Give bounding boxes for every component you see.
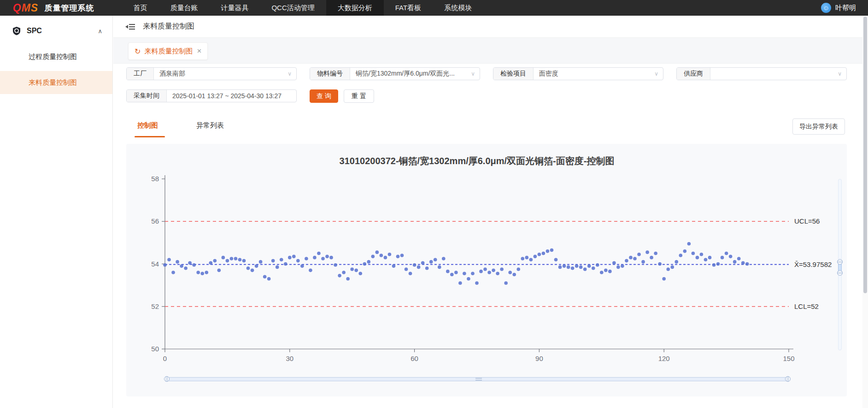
brand: QMS 质量管理系统 <box>13 2 94 14</box>
chevron-down-icon[interactable]: ∨ <box>287 71 292 77</box>
data-point <box>521 257 524 260</box>
window-scrollbar[interactable] <box>862 16 868 408</box>
data-point <box>725 252 728 255</box>
data-point <box>683 249 687 253</box>
data-point <box>371 255 375 259</box>
collapse-sidebar-icon[interactable] <box>125 23 135 31</box>
data-point <box>538 253 541 256</box>
nav-item-measuring-tools[interactable]: 计量器具 <box>209 0 260 16</box>
datazoom-left-handle[interactable] <box>164 376 170 382</box>
data-point <box>741 261 745 265</box>
data-point <box>612 261 616 265</box>
nav-item-quality-ledger[interactable]: 质量台账 <box>158 0 209 16</box>
datazoom-top-handle[interactable] <box>837 259 843 265</box>
data-point <box>425 266 429 270</box>
data-point <box>434 258 437 261</box>
data-point <box>217 269 221 272</box>
data-point <box>396 255 400 259</box>
data-point <box>721 256 724 260</box>
data-point <box>658 262 662 266</box>
chevron-up-icon[interactable]: ∧ <box>98 28 102 35</box>
user-menu[interactable]: ☺ 叶帮明 <box>821 0 856 16</box>
data-point <box>342 271 346 274</box>
x-tick-label: 60 <box>411 355 418 362</box>
data-point <box>251 269 254 272</box>
datazoom-vertical-slider[interactable] <box>837 179 843 350</box>
reset-button[interactable]: 重 置 <box>344 89 374 103</box>
data-point <box>679 254 683 257</box>
nav-item-fat-board[interactable]: FAT看板 <box>384 0 433 16</box>
data-point <box>234 257 238 260</box>
datazoom-horizontal-slider[interactable] <box>164 376 791 382</box>
x-tick-label: 30 <box>286 355 293 362</box>
active-tab-underline <box>135 136 165 137</box>
data-point <box>512 273 516 277</box>
data-point <box>670 266 674 269</box>
supplier-value[interactable]: ∨ <box>710 68 846 80</box>
collect-time-value[interactable]: 2025-01-01 13:27 ~ 2025-04-30 13:27 <box>167 90 296 102</box>
sidebar-item-incoming-control-chart[interactable]: 来料质量控制图 <box>0 71 112 94</box>
chevron-down-icon[interactable]: ∨ <box>471 71 475 77</box>
refresh-icon[interactable]: ↻ <box>135 47 141 56</box>
spc-control-chart: 31010200372-铜箔/宽1302mm/厚6.0μm/双面光铜箔-面密度-… <box>126 144 847 368</box>
nav-item-bigdata[interactable]: 大数据分析 <box>326 0 384 16</box>
nav-item-system[interactable]: 系统模块 <box>433 0 483 16</box>
data-point <box>388 253 392 256</box>
search-button[interactable]: 查 询 <box>310 89 338 103</box>
data-point <box>508 271 512 274</box>
data-point <box>442 257 446 260</box>
factory-label: 工厂 <box>127 68 154 80</box>
data-point <box>637 253 641 256</box>
chevron-down-icon[interactable]: ∨ <box>654 71 658 77</box>
inspection-item-value[interactable]: 面密度 ∨ <box>534 68 663 80</box>
sidebar-group-spc[interactable]: SPC ∧ <box>0 19 112 42</box>
data-point <box>354 269 358 272</box>
nav-item-home[interactable]: 首页 <box>122 0 158 16</box>
datazoom-grip[interactable] <box>475 378 482 380</box>
y-tick-label: 50 <box>151 345 159 353</box>
material-select: 物料编号 铜箔/宽1302mm/厚6.0μm/双面光... ∨ <box>310 67 480 80</box>
datazoom-bottom-handle[interactable] <box>837 270 843 276</box>
nav-item-qcc[interactable]: QCC活动管理 <box>260 0 326 16</box>
data-point <box>504 281 508 285</box>
data-point <box>271 259 275 263</box>
window-scrollbar-thumb[interactable] <box>863 17 867 293</box>
data-point <box>409 272 412 275</box>
spc-shield-icon <box>12 26 21 35</box>
factory-value[interactable]: 酒泉南部 ∨ <box>154 68 296 80</box>
page-title: 来料质量控制图 <box>143 22 194 31</box>
supplier-select: 供应商 ∨ <box>676 67 847 80</box>
data-point <box>458 281 462 285</box>
x-tick-label: 0 <box>163 355 167 362</box>
workspace-tab-strip: ↻ 来料质量控制图 × <box>113 38 868 64</box>
datazoom-right-handle[interactable] <box>785 376 791 382</box>
data-point <box>604 269 608 272</box>
chevron-down-icon[interactable]: ∨ <box>838 71 842 77</box>
material-value[interactable]: 铜箔/宽1302mm/厚6.0μm/双面光... ∨ <box>350 68 480 80</box>
mean-line-label: X̄=53.97582 <box>794 260 832 268</box>
user-avatar[interactable]: ☺ <box>821 3 831 13</box>
data-point <box>708 256 712 260</box>
data-point <box>413 263 416 267</box>
data-point <box>625 259 628 263</box>
tab-control-chart[interactable]: 控制图 <box>137 121 158 130</box>
data-point <box>338 274 341 278</box>
data-point <box>196 271 200 274</box>
data-point <box>687 242 691 246</box>
app-title: 质量管理系统 <box>44 3 94 13</box>
close-icon[interactable]: × <box>197 47 201 56</box>
data-point <box>192 263 196 267</box>
data-point <box>222 256 225 260</box>
data-point <box>587 264 591 268</box>
x-tick-label: 120 <box>658 355 670 362</box>
data-point <box>666 267 670 271</box>
workspace-tab-incoming-control-chart[interactable]: ↻ 来料质量控制图 × <box>128 42 208 60</box>
data-point <box>417 266 421 269</box>
data-point <box>346 277 350 281</box>
inspection-item-label: 检验项目 <box>493 68 534 80</box>
inspection-item-select: 检验项目 面密度 ∨ <box>493 67 663 80</box>
export-abnormal-list-button[interactable]: 导出异常列表 <box>792 118 845 135</box>
sidebar-item-process-control-chart[interactable]: 过程质量控制图 <box>0 45 112 68</box>
inspection-selected-text: 面密度 <box>539 70 558 78</box>
tab-abnormal-list[interactable]: 异常列表 <box>196 121 224 130</box>
